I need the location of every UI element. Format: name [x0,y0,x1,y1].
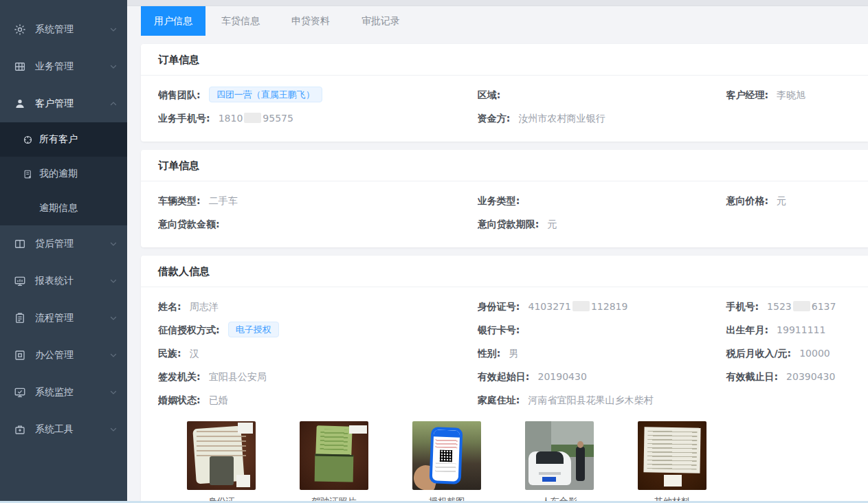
submenu-item-label: 逾期信息 [39,202,78,214]
field-loan-term: 意向贷款期限: 元 [478,212,726,236]
field-value: 10000 [799,348,830,359]
tab-car-loan-info[interactable]: 车贷信息 [205,6,276,36]
sidebar-item-business-management[interactable]: 业务管理 [0,48,127,85]
redaction-blur [572,301,590,311]
field-label: 区域: [478,89,501,100]
tab-user-info[interactable]: 用户信息 [141,6,205,36]
gear-icon [14,23,26,36]
sidebar-item-system-tools[interactable]: 系统工具 [0,411,127,448]
field-empty [726,212,868,236]
field-region: 区域: [478,83,726,107]
borrower-photos: 身份证 驾驶证照片 授权截图 [187,421,868,503]
field-value: 河南省宜阳县花果山乡木柴村 [528,394,654,405]
field-value: 汉 [190,348,199,359]
field-label: 手机号: [726,301,759,312]
chevron-down-icon [109,240,118,248]
grid-table-icon [14,60,26,73]
main-content: 用户信息 车贷信息 申贷资料 审批记录 订单信息 销售团队: 四团一营（直属王鹏… [127,0,868,503]
photo-item: 身份证 [187,421,256,503]
sidebar-item-label: 报表统计 [35,275,74,287]
field-customer-manager: 客户经理: 李晓旭 [726,83,868,107]
field-value: 元 [548,219,557,230]
credit-auth-tag[interactable]: 电子授权 [228,322,279,337]
tab-approval-records[interactable]: 审批记录 [346,6,416,36]
card-body: 车辆类型: 二手车 业务类型: 意向价格: 元 意向贷款金额: [141,181,868,247]
field-label: 家庭住址: [478,394,520,405]
redaction-blur [793,301,810,311]
card-title: 订单信息 [141,150,868,181]
sidebar-item-report-statistics[interactable]: 报表统计 [0,262,127,300]
chevron-down-icon [109,63,118,71]
chevron-down-icon [109,351,118,359]
field-label: 销售团队: [158,89,201,100]
chevron-down-icon [109,25,118,34]
photo-item: 人车合影 [525,421,594,503]
field-label: 有效起始日: [478,371,530,382]
chevron-down-icon [109,425,118,434]
submenu-item-overdue-info[interactable]: 逾期信息 [0,191,127,225]
top-strip [127,0,868,6]
field-business-type: 业务类型: [478,189,726,212]
redaction-blur [244,113,261,123]
notebook-icon [23,169,33,179]
field-label: 资金方: [478,113,511,124]
user-icon [14,98,26,110]
sidebar-item-process-management[interactable]: 流程管理 [0,300,127,337]
field-funder: 资金方: 汝州市农村商业银行 [478,107,726,130]
id-card-photo-thumbnail[interactable] [187,421,256,490]
authorization-screenshot-thumbnail[interactable] [412,421,481,490]
card-title: 订单信息 [141,44,868,76]
field-sales-team: 销售团队: 四团一营（直属王鹏飞） [158,83,478,107]
sidebar-item-postloan-management[interactable]: 贷后管理 [0,225,127,262]
chevron-down-icon [109,314,118,322]
sidebar-item-label: 贷后管理 [35,238,74,250]
sidebar-item-office-management[interactable]: 办公管理 [0,337,127,374]
person-with-car-photo-thumbnail[interactable] [525,421,594,490]
order-info-card: 订单信息 销售团队: 四团一营（直属王鹏飞） 区域: 客户经理: 李晓旭 业务手 [141,44,868,142]
sidebar-item-label: 客户管理 [35,98,74,110]
sidebar-item-system-monitor[interactable]: 系统监控 [0,374,127,411]
field-id-number: 身份证号: 4103271112819 [478,295,726,318]
photo-item: 其他材料 [638,421,706,503]
field-label: 业务类型: [478,195,520,206]
sidebar-item-label: 系统监控 [35,386,74,399]
field-valid-from: 有效起始日: 20190430 [478,365,726,388]
field-label: 客户经理: [726,89,768,100]
sidebar-item-label: 业务管理 [35,60,74,73]
sidebar-item-system-management[interactable]: 系统管理 [0,11,127,48]
field-value: 20190430 [538,371,587,382]
photo-item: 授权截图 [412,421,481,503]
sales-team-tag[interactable]: 四团一营（直属王鹏飞） [209,87,322,102]
field-birth-date: 出生年月: 19911111 [726,318,868,342]
field-ethnicity: 民族: 汉 [158,342,478,365]
detail-tabs: 用户信息 车贷信息 申贷资料 审批记录 [127,6,868,36]
sidebar-item-customer-management[interactable]: 客户管理 [0,85,127,122]
submenu-item-label: 所有客户 [39,133,78,146]
paper-document-photo-thumbnail[interactable] [638,421,706,490]
field-label: 民族: [158,348,181,359]
field-label: 税后月收入/元: [726,348,791,359]
chevron-down-icon [109,388,118,396]
field-mobile-phone: 手机号: 15236137 [726,295,868,318]
toolbox-icon [14,423,26,436]
license-booklet-photo-thumbnail[interactable] [300,421,368,490]
borrower-info-card: 借款人信息 姓名: 周志洋 身份证号: 4103271112819 手机号: 1… [141,256,868,503]
field-label: 婚姻状态: [158,394,201,405]
sidebar-item-label: 系统管理 [35,23,74,36]
field-loan-amount: 意向贷款金额: [158,212,478,236]
card-body: 销售团队: 四团一营（直属王鹏飞） 区域: 客户经理: 李晓旭 业务手机号: 1… [141,76,868,142]
field-issuing-authority: 签发机关: 宜阳县公安局 [158,365,478,388]
clipboard-icon [14,312,26,324]
field-marital-status: 婚姻状态: 已婚 [158,388,478,412]
tab-loan-application-docs[interactable]: 申贷资料 [276,6,346,36]
monitor-check-icon [14,386,26,399]
field-gender: 性别: 男 [478,342,726,365]
field-value: 已婚 [209,394,228,405]
field-label: 意向价格: [726,195,768,206]
field-label: 签发机关: [158,371,201,382]
field-label: 姓名: [158,301,181,312]
submenu-item-my-overdue[interactable]: 我的逾期 [0,157,127,191]
field-value: 李晓旭 [777,89,805,100]
submenu-item-all-customers[interactable]: 所有客户 [0,122,127,157]
sidebar-item-label: 系统工具 [35,423,74,436]
